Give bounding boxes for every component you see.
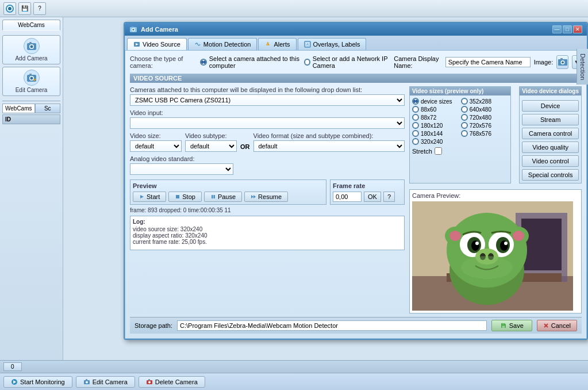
framerate-input[interactable] [333,192,362,202]
sidebar-list-tab-webcams[interactable]: WebCams [2,104,35,113]
analog-field: Analog video standard: [130,155,233,175]
edit-camera-sidebar-button[interactable]: Edit Camera [2,67,60,96]
video-format-select[interactable]: default [253,140,405,152]
status-bar: 0 [0,360,588,373]
video-size-row: Video size: default Video subtype: defau… [130,132,405,152]
stretch-checkbox[interactable] [435,147,442,155]
size-option-640[interactable]: 640x480 [461,106,509,113]
start-preview-button[interactable]: Start [133,192,166,202]
device-dialogs-panel: Video device dialogs Device Stream Camer… [519,86,582,183]
delete-camera-button[interactable]: Delete Camera [139,376,205,388]
help-toolbar-button[interactable]: ? [33,2,46,15]
svg-point-5 [30,45,33,48]
video-input-select[interactable] [130,117,405,129]
save-toolbar-button[interactable]: 💾 [18,2,31,15]
sidebar: WebCams Add Camera [0,17,63,360]
svg-rect-24 [560,58,563,60]
pause-preview-button[interactable]: Pause [204,192,242,202]
analog-select[interactable] [130,163,233,175]
alerts-tab-icon: ! [264,41,271,48]
video-sizes-panel: Video sizes (preview only) device sizes [409,86,511,183]
tab-motion-detection[interactable]: Motion Detection [188,38,258,50]
video-subtype-select[interactable]: default [185,140,237,152]
stop-preview-button[interactable]: Stop [168,192,202,202]
tab-overlays[interactable]: A Overlays, Labels [298,38,367,50]
camera-device-select[interactable]: ZSMC USB PC Camera (ZS0211) [130,94,405,106]
radio-attached-dot [200,59,207,66]
cancel-button[interactable]: Cancel [537,320,577,331]
right-panel: Video sizes (preview only) device sizes [409,86,582,313]
sidebar-tabs: WebCams [2,20,60,30]
resume-preview-button[interactable]: Resume [244,192,288,202]
device-button[interactable]: Device [522,100,579,112]
size-option-88x72[interactable]: 88x72 [412,114,460,121]
analog-row: Analog video standard: [130,155,405,175]
radio-network-camera[interactable]: Select or add a Network IP Camera [304,55,389,69]
camera-name-section: Camera Display Name: Image: [394,55,582,69]
size-radio-180x120 [412,122,419,129]
size-option-320x240[interactable]: 320x240 [412,138,460,145]
sidebar-list-tab-sc[interactable]: Sc [35,104,61,113]
video-size-field: Video size: default [130,132,182,152]
camera-image-icon [558,58,568,67]
dialog-title: Add Camera [129,25,178,33]
size-option-720x576[interactable]: 720x576 [461,122,509,129]
video-quality-button[interactable]: Video quality [522,142,579,153]
size-option-352[interactable]: 352x288 [461,98,509,105]
framerate-ok-button[interactable]: OK [364,192,381,202]
save-button[interactable]: Save [491,320,532,331]
stream-button[interactable]: Stream [522,114,579,125]
video-subtype-field: Video subtype: default [185,132,237,152]
video-source-header: VIDEO SOURCE [130,74,582,83]
add-camera-sidebar-button[interactable]: Add Camera [2,35,60,64]
special-controls-button[interactable]: Special controls [522,169,579,181]
svg-rect-10 [29,74,32,75]
preview-controls: Start Stop Pause [133,192,324,202]
maximize-button[interactable]: □ [563,25,572,33]
add-camera-dialog: Add Camera — □ ✕ Video Source [124,22,588,340]
size-option-device[interactable]: device sizes [412,98,460,105]
svg-point-39 [449,231,461,241]
sidebar-divider [2,101,60,101]
size-grid: device sizes 352x288 88x60 [412,98,508,145]
svg-rect-65 [148,379,150,381]
start-monitoring-button[interactable]: Start Monitoring [3,376,72,388]
video-size-select[interactable]: default [130,140,182,152]
radio-attached-camera[interactable]: Select a camera attached to this compute… [200,55,300,69]
camera-name-input[interactable] [445,57,531,67]
svg-rect-54 [502,326,505,328]
svg-rect-34 [521,219,562,270]
video-input-field: Video input: [130,109,405,129]
start-icon [139,194,145,200]
camera-preview-svg [412,201,573,311]
frame-log-area: frame: 893 dropped: 0 time:00:00:35 11 L… [130,207,405,250]
video-format-field: Video format (size and subtype combined)… [253,132,405,152]
size-option-720x480[interactable]: 720x480 [461,114,509,121]
video-source-tab-icon [133,41,140,48]
edit-camera-button[interactable]: Edit Camera [76,376,135,388]
image-button[interactable] [556,55,568,69]
framerate-row: OK ? [333,192,402,202]
stop-icon [175,194,180,200]
size-option-180x144[interactable]: 180x144 [412,130,460,137]
size-radio-352 [461,98,468,105]
size-option-768x576[interactable]: 768x576 [461,130,509,137]
sidebar-list-header: WebCams Sc [2,104,60,113]
size-option-180x120[interactable]: 180x120 [412,122,460,129]
tab-video-source[interactable]: Video Source [127,38,187,50]
minimize-button[interactable]: — [552,25,562,33]
size-option-88x60[interactable]: 88x60 [412,106,460,113]
svg-marker-25 [140,195,144,198]
framerate-help-button[interactable]: ? [383,192,395,202]
camera-control-button[interactable]: Camera control [522,128,579,139]
svg-rect-27 [212,195,213,198]
sidebar-tab-webcams[interactable]: WebCams [2,20,60,30]
video-control-button[interactable]: Video control [522,155,579,167]
svg-point-61 [86,381,88,383]
size-radio-768x576 [461,130,468,137]
edit-camera-icon [24,70,40,86]
storage-path-input[interactable] [177,320,487,331]
tab-alerts[interactable]: ! Alerts [258,38,296,50]
svg-point-53 [461,256,513,279]
close-button[interactable]: ✕ [573,25,582,33]
